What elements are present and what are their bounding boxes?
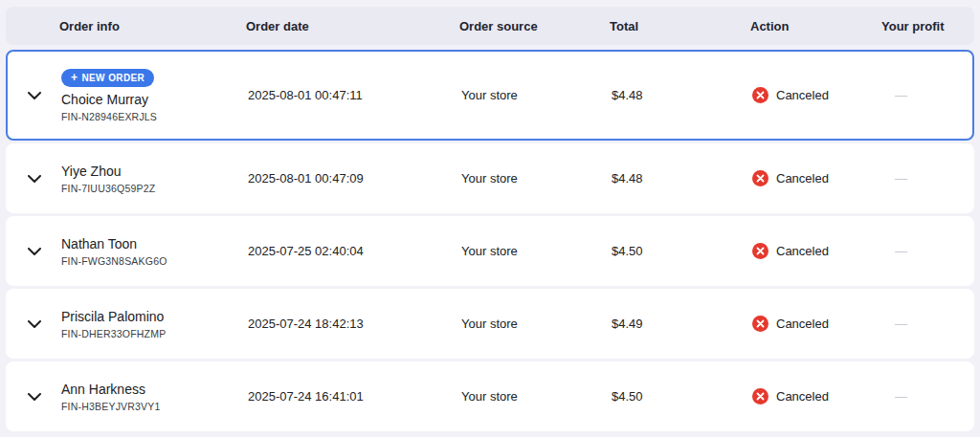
order-date: 2025-07-24 18:42:13 xyxy=(248,317,461,331)
order-source: Your store xyxy=(461,88,612,102)
order-id: FIN-7IUU36Q59P2Z xyxy=(61,183,248,194)
table-row[interactable]: Nathan Toon FIN-FWG3N8SAKG6O 2025-07-25 … xyxy=(6,216,974,286)
profit-value: — xyxy=(883,171,972,186)
plus-icon: + xyxy=(71,74,78,81)
order-total: $4.50 xyxy=(612,244,752,258)
table-body: + NEW ORDER Choice Murray FIN-N28946EXRJ… xyxy=(6,50,974,431)
table-row[interactable]: Yiye Zhou FIN-7IUU36Q59P2Z 2025-08-01 00… xyxy=(6,143,974,213)
status-label: Canceled xyxy=(776,317,829,331)
order-total: $4.49 xyxy=(612,317,752,331)
canceled-icon xyxy=(752,316,768,332)
profit-value: — xyxy=(883,389,972,404)
canceled-icon xyxy=(752,170,768,186)
profit-value: — xyxy=(883,88,972,102)
expand-row-button[interactable] xyxy=(24,389,45,404)
chevron-down-icon xyxy=(28,320,41,328)
order-date: 2025-08-01 00:47:11 xyxy=(248,88,461,102)
status-label: Canceled xyxy=(776,88,829,102)
customer-name: Nathan Toon xyxy=(61,236,248,251)
order-date: 2025-08-01 00:47:09 xyxy=(248,171,461,186)
customer-name: Yiye Zhou xyxy=(61,164,248,179)
orders-table: Order info Order date Order source Total… xyxy=(0,0,980,431)
order-source: Your store xyxy=(461,389,612,404)
order-date: 2025-07-25 02:40:04 xyxy=(248,244,461,258)
table-row[interactable]: + NEW ORDER Choice Murray FIN-N28946EXRJ… xyxy=(6,50,974,141)
order-date: 2025-07-24 16:41:01 xyxy=(248,389,461,404)
order-source: Your store xyxy=(461,244,612,258)
order-total: $4.50 xyxy=(612,389,752,404)
order-status: Canceled xyxy=(752,316,883,332)
profit-value: — xyxy=(883,317,972,331)
order-total: $4.48 xyxy=(612,88,752,102)
column-header-order-info: Order info xyxy=(59,19,246,33)
status-label: Canceled xyxy=(776,244,829,258)
profit-value: — xyxy=(883,244,972,258)
column-header-your-profit: Your profit xyxy=(881,19,974,33)
expand-row-button[interactable] xyxy=(24,171,45,186)
chevron-down-icon xyxy=(28,248,41,255)
chevron-down-icon xyxy=(28,393,41,401)
chevron-down-icon xyxy=(28,175,41,183)
table-row[interactable]: Priscila Palomino FIN-DHER33OFHZMP 2025-… xyxy=(6,289,974,359)
new-order-badge-label: NEW ORDER xyxy=(81,73,145,83)
status-label: Canceled xyxy=(776,389,829,404)
table-header: Order info Order date Order source Total… xyxy=(6,7,974,45)
customer-name: Choice Murray xyxy=(61,92,248,107)
order-id: FIN-DHER33OFHZMP xyxy=(61,328,248,339)
customer-name: Priscila Palomino xyxy=(61,309,248,324)
new-order-badge: + NEW ORDER xyxy=(61,69,154,87)
canceled-icon xyxy=(752,87,768,103)
canceled-icon xyxy=(752,243,768,259)
order-status: Canceled xyxy=(752,243,883,259)
order-status: Canceled xyxy=(752,87,883,103)
canceled-icon xyxy=(752,388,768,404)
order-id: FIN-FWG3N8SAKG6O xyxy=(61,255,248,267)
column-header-order-source: Order source xyxy=(459,19,610,33)
chevron-down-icon xyxy=(28,92,41,99)
order-id: FIN-N28946EXRJLS xyxy=(61,111,248,122)
order-source: Your store xyxy=(461,317,612,331)
expand-row-button[interactable] xyxy=(24,88,45,103)
column-header-total: Total xyxy=(610,19,750,33)
status-label: Canceled xyxy=(776,171,829,186)
expand-row-button[interactable] xyxy=(24,244,45,259)
order-total: $4.48 xyxy=(612,171,752,186)
table-row[interactable]: Ann Harkness FIN-H3BEYJVR3VY1 2025-07-24… xyxy=(6,361,974,431)
order-source: Your store xyxy=(461,171,612,186)
column-header-order-date: Order date xyxy=(246,19,459,33)
order-id: FIN-H3BEYJVR3VY1 xyxy=(61,401,248,412)
customer-name: Ann Harkness xyxy=(61,382,248,397)
order-status: Canceled xyxy=(752,170,883,186)
expand-row-button[interactable] xyxy=(24,317,45,332)
column-header-action: Action xyxy=(750,19,881,33)
order-status: Canceled xyxy=(752,388,883,404)
